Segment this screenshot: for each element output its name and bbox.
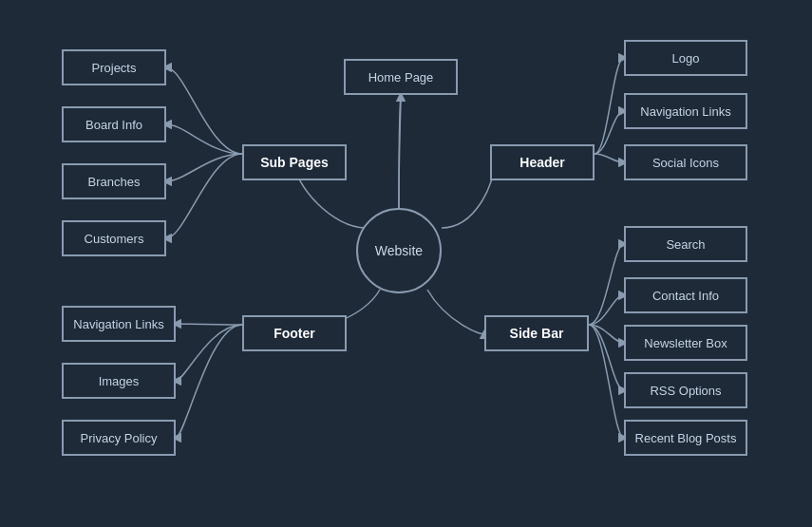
rssoptions-node: RSS Options [624, 372, 747, 408]
newsletterbox-node: Newsletter Box [624, 325, 747, 361]
socialicons-node: Social Icons [624, 144, 747, 180]
header-node: Header [490, 144, 595, 180]
projects-node: Projects [62, 49, 166, 85]
sidebar-node: Side Bar [484, 315, 589, 351]
website-node: Website [356, 208, 442, 293]
recentblogposts-node: Recent Blog Posts [624, 420, 747, 456]
branches-node: Branches [62, 163, 166, 199]
homepage-node: Home Page [344, 59, 458, 95]
boardinfo-node: Board Info [62, 106, 166, 142]
logo-node: Logo [624, 40, 747, 76]
navlinks-header-node: Navigation Links [624, 93, 747, 129]
footer-node: Footer [242, 315, 347, 351]
privacypolicy-node: Privacy Policy [62, 420, 176, 456]
images-node: Images [62, 363, 176, 399]
customers-node: Customers [62, 220, 166, 256]
navlinks-footer-node: Navigation Links [62, 306, 176, 342]
search-node: Search [624, 226, 747, 262]
subpages-node: Sub Pages [242, 144, 347, 180]
contactinfo-node: Contact Info [624, 277, 747, 313]
